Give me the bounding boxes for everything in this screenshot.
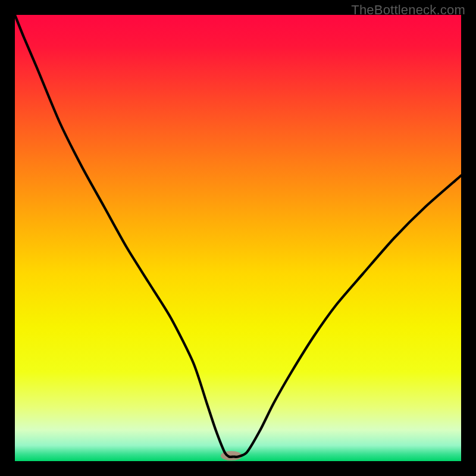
chart-frame: TheBottleneck.com: [0, 0, 476, 476]
watermark-text: TheBottleneck.com: [351, 2, 465, 18]
bottleneck-chart-svg: [15, 15, 461, 461]
plot-area: [15, 15, 461, 461]
